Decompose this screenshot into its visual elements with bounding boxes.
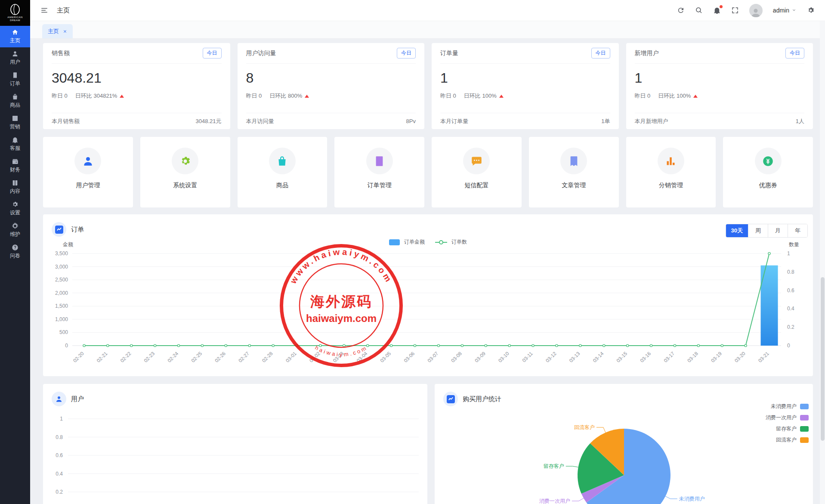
svg-text:02-26: 02-26 bbox=[214, 351, 226, 363]
svg-text:回流客户: 回流客户 bbox=[574, 424, 595, 430]
user-icon bbox=[12, 50, 19, 57]
sidebar-item-maintain[interactable]: 维护 bbox=[0, 220, 30, 241]
sidebar-item-marketing[interactable]: 营销 bbox=[0, 112, 30, 133]
svg-text:500: 500 bbox=[59, 329, 68, 335]
svg-text:03-15: 03-15 bbox=[615, 351, 628, 363]
sidebar-item-survey[interactable]: 问卷 bbox=[0, 241, 30, 263]
stat-footer-label: 本月访问量 bbox=[246, 117, 274, 125]
order-panel: 订单 30天周月年 订单金额订单数 金额 数量 3,5003,0002,5002… bbox=[43, 214, 813, 376]
user-icon bbox=[82, 155, 94, 167]
stat-cards-row: 销售额今日3048.21昨日 0日环比 304821%本月销售额3048.21元… bbox=[43, 43, 813, 129]
period-button-月[interactable]: 月 bbox=[768, 224, 788, 237]
svg-text:0.8: 0.8 bbox=[56, 434, 63, 440]
sidebar-item-home[interactable]: 主页 bbox=[0, 26, 30, 47]
quick-action-0[interactable]: 用户管理 bbox=[43, 137, 133, 207]
legend-bar-swatch[interactable] bbox=[389, 239, 400, 245]
chat-icon bbox=[471, 155, 482, 167]
sidebar-item-orders[interactable]: 订单 bbox=[0, 69, 30, 90]
quick-action-7[interactable]: 优惠券 bbox=[723, 137, 813, 207]
quick-action-4[interactable]: 短信配置 bbox=[432, 137, 522, 207]
stat-footer-value: 3048.21元 bbox=[196, 117, 222, 125]
user-chart[interactable]: 10.80.60.40.2 bbox=[43, 410, 427, 504]
scrollbar-track[interactable] bbox=[820, 21, 825, 504]
fullscreen-icon[interactable] bbox=[731, 6, 739, 14]
breadcrumb[interactable]: 主页 bbox=[57, 6, 70, 15]
stat-footer-label: 本月销售额 bbox=[52, 117, 80, 125]
svg-text:0.6: 0.6 bbox=[56, 452, 63, 458]
pie-legend-item[interactable]: 消费一次用户 bbox=[766, 414, 809, 421]
quick-action-label: 订单管理 bbox=[368, 182, 392, 189]
today-badge[interactable]: 今日 bbox=[203, 48, 222, 59]
purchase-pie-chart[interactable]: 未消费用户消费一次用户留存客户回流客户 bbox=[435, 384, 813, 504]
refresh-icon[interactable] bbox=[677, 6, 685, 14]
svg-text:02-22: 02-22 bbox=[119, 351, 132, 363]
svg-text:03-04: 03-04 bbox=[355, 351, 368, 364]
quick-action-5[interactable]: 文章管理 bbox=[529, 137, 619, 207]
quick-action-1[interactable]: 系统设置 bbox=[140, 137, 230, 207]
book-icon bbox=[12, 179, 19, 186]
scrollbar-thumb[interactable] bbox=[821, 277, 825, 441]
pie-legend-swatch bbox=[800, 404, 809, 409]
sidebar-item-content[interactable]: 内容 bbox=[0, 176, 30, 198]
quick-action-6[interactable]: 分销管理 bbox=[626, 137, 716, 207]
today-badge[interactable]: 今日 bbox=[785, 48, 804, 59]
sidebar-item-goods[interactable]: 商品 bbox=[0, 90, 30, 112]
stat-compare: 昨日 0日环比 100% bbox=[440, 92, 610, 100]
user-panel-title: 用户 bbox=[71, 395, 84, 403]
quick-action-3[interactable]: 订单管理 bbox=[334, 137, 424, 207]
period-button-年[interactable]: 年 bbox=[788, 224, 807, 237]
svg-text:消费一次用户: 消费一次用户 bbox=[539, 498, 570, 504]
notification-bell-icon[interactable] bbox=[713, 6, 721, 14]
question-icon bbox=[12, 244, 19, 251]
period-button-30天[interactable]: 30天 bbox=[726, 224, 748, 237]
svg-text:03-16: 03-16 bbox=[639, 351, 652, 363]
order-chart[interactable]: 3,5003,0002,5002,0001,5001,000500010.80.… bbox=[43, 250, 813, 374]
order-icon bbox=[12, 72, 19, 79]
svg-text:02-20: 02-20 bbox=[72, 351, 85, 363]
avatar[interactable] bbox=[749, 4, 763, 17]
settings-gear-icon[interactable] bbox=[807, 6, 815, 14]
bookmark-icon bbox=[568, 155, 580, 167]
svg-text:03-18: 03-18 bbox=[686, 351, 699, 363]
stat-footer-value: 1人 bbox=[796, 117, 804, 125]
svg-text:02-21: 02-21 bbox=[96, 351, 108, 363]
svg-text:02-25: 02-25 bbox=[190, 351, 203, 363]
tab-close-icon[interactable] bbox=[63, 29, 67, 34]
gear-icon bbox=[12, 201, 19, 208]
period-switcher: 30天周月年 bbox=[726, 224, 808, 238]
period-button-周[interactable]: 周 bbox=[748, 224, 768, 237]
svg-text:0.4: 0.4 bbox=[787, 306, 794, 312]
user-panel: 用户 10.80.60.40.2 bbox=[43, 384, 427, 504]
today-badge[interactable]: 今日 bbox=[591, 48, 610, 59]
today-badge[interactable]: 今日 bbox=[397, 48, 416, 59]
sidebar-item-finance[interactable]: 财务 bbox=[0, 155, 30, 176]
brand-line2: DREAM bbox=[10, 19, 20, 22]
legend-label: 订单数 bbox=[451, 238, 467, 246]
brand-line1: AMERICAN bbox=[7, 16, 23, 19]
brand-logo-icon bbox=[10, 4, 20, 15]
svg-text:03-17: 03-17 bbox=[663, 351, 675, 363]
user-menu[interactable]: admin bbox=[773, 7, 797, 14]
sidebar-item-settings[interactable]: 设置 bbox=[0, 198, 30, 220]
hamburger-icon[interactable] bbox=[40, 6, 48, 14]
bag-icon bbox=[276, 155, 288, 167]
chevron-down-icon bbox=[791, 8, 797, 13]
svg-text:0: 0 bbox=[787, 343, 790, 349]
svg-text:03-11: 03-11 bbox=[521, 351, 534, 363]
stat-card-1: 用户访问量今日8昨日 0日环比 800%本月访问量8Pv bbox=[238, 43, 425, 129]
legend-line-swatch[interactable] bbox=[435, 242, 447, 243]
pie-legend-item[interactable]: 回流客户 bbox=[766, 436, 809, 444]
brand-logo[interactable]: AMERICAN DREAM bbox=[0, 0, 30, 26]
pie-legend-item[interactable]: 留存客户 bbox=[766, 425, 809, 433]
stat-compare: 昨日 0日环比 800% bbox=[246, 92, 416, 100]
search-icon[interactable] bbox=[695, 6, 703, 14]
quick-action-2[interactable]: 商品 bbox=[238, 137, 328, 207]
sidebar-item-service[interactable]: 客服 bbox=[0, 133, 30, 155]
pie-legend-swatch bbox=[800, 437, 809, 443]
tab-home[interactable]: 主页 bbox=[42, 24, 73, 38]
pie-legend-item[interactable]: 未消费用户 bbox=[766, 403, 809, 410]
svg-text:03-02: 03-02 bbox=[309, 351, 321, 363]
svg-text:02-23: 02-23 bbox=[143, 351, 155, 363]
stat-compare: 昨日 0日环比 304821% bbox=[52, 92, 222, 100]
sidebar-item-users[interactable]: 用户 bbox=[0, 47, 30, 69]
